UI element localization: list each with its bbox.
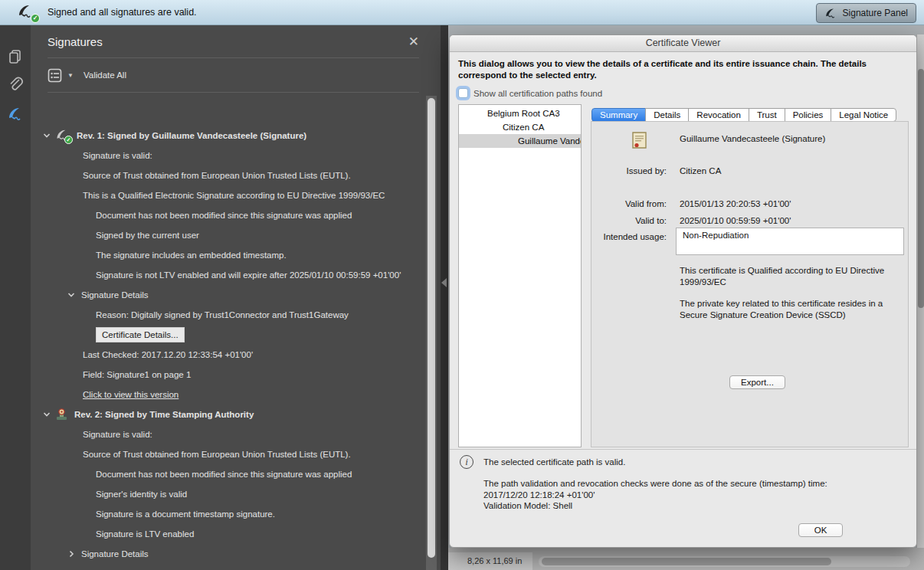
chain-item-selected[interactable]: Guillaume Vande <box>459 134 581 148</box>
chevron-down-icon: ▼ <box>67 72 74 79</box>
divider <box>48 92 419 93</box>
export-button[interactable]: Export... <box>729 375 785 389</box>
navigation-rail <box>0 25 31 570</box>
signature-details-label: Signature Details <box>81 285 149 305</box>
validation-note-text: The path validation and revocation check… <box>483 479 827 488</box>
chevron-down-icon <box>67 291 75 299</box>
tab-policies[interactable]: Policies <box>785 108 832 122</box>
field-row: Field: Signature1 on page 1 <box>31 365 425 385</box>
signature-panel-button[interactable]: Signature Panel <box>816 3 916 23</box>
chain-item[interactable]: Citizen CA <box>459 120 581 134</box>
green-check-badge: ✓ <box>31 14 40 23</box>
valid-from-value: 2015/01/13 20:20:53 +01'00' <box>680 199 791 208</box>
signature-valid-icon: ✓ <box>17 4 37 21</box>
tab-legal-notice[interactable]: Legal Notice <box>831 108 896 122</box>
show-paths-checkbox[interactable] <box>458 88 468 98</box>
panel-title: Signatures <box>48 35 408 48</box>
signature-status-row: Signer's identity is valid <box>31 484 425 504</box>
rev1-title: Rev. 1: Signed by Guillaume Vandecasteel… <box>77 126 306 146</box>
rev1-header[interactable]: ✓ Rev. 1: Signed by Guillaume Vandecaste… <box>31 126 425 146</box>
show-paths-checkbox-label[interactable]: Show all certification paths found <box>473 89 602 98</box>
signature-status-row: Source of Trust obtained from European U… <box>31 165 425 185</box>
panel-collapse-strip[interactable] <box>441 25 448 570</box>
intended-usage-box: Non-Repudiation <box>676 228 904 255</box>
signatures-panel-icon[interactable] <box>7 106 24 123</box>
reason-row: Reason: Digitally signed by Trust1Connec… <box>31 305 425 325</box>
signature-status-row: The signature includes an embedded times… <box>31 245 425 265</box>
chevron-down-icon <box>43 411 51 418</box>
certificate-icon <box>631 131 647 150</box>
certificate-chain-list: Belgium Root CA3 Citizen CA Guillaume Va… <box>458 104 582 447</box>
signature-status-text: Signed and all signatures are valid. <box>48 7 197 18</box>
page-thumbnails-icon[interactable] <box>7 48 24 65</box>
panel-scrollbar-thumb[interactable] <box>428 98 435 558</box>
dialog-title[interactable]: Certificate Viewer <box>450 35 916 52</box>
divider <box>450 449 916 450</box>
validate-all-button[interactable]: ▼ Validate All <box>31 58 441 92</box>
certificate-details-button[interactable]: Certificate Details... <box>96 327 185 342</box>
valid-to-value: 2025/01/10 00:59:59 +01'00' <box>680 216 791 225</box>
ok-button[interactable]: OK <box>798 523 843 537</box>
validate-all-icon <box>48 68 62 83</box>
signature-status-row: Document has not been modified since thi… <box>31 464 425 484</box>
collapse-left-arrow-icon <box>441 278 447 287</box>
signature-status-row: Signature is valid: <box>31 146 425 165</box>
issued-by-label: Issued by: <box>591 166 667 175</box>
qualified-note: This certificate is Qualified according … <box>680 265 906 288</box>
document-vertical-scrollbar[interactable] <box>916 34 924 548</box>
page-size-indicator: 8,26 x 11,69 in <box>448 552 532 570</box>
signatures-panel: Signatures ✕ ▼ Validate All ✓ <box>31 25 441 570</box>
tab-details[interactable]: Details <box>645 108 689 122</box>
rev2-signature-details-toggle[interactable]: Signature Details <box>31 544 425 564</box>
document-horizontal-scrollbar[interactable] <box>539 556 910 567</box>
rev2-header[interactable]: Rev. 2: Signed by Time Stamping Authorit… <box>31 405 425 424</box>
tab-revocation[interactable]: Revocation <box>688 108 749 122</box>
intended-usage-label: Intended usage: <box>591 232 667 241</box>
signature-status-row: Signature is a document timestamp signat… <box>31 504 425 524</box>
chevron-right-icon <box>67 550 75 558</box>
dialog-intro-text: This dialog allows you to view the detai… <box>458 58 889 81</box>
close-panel-icon[interactable]: ✕ <box>408 34 419 50</box>
view-version-link[interactable]: Click to view this version <box>83 390 179 399</box>
last-checked-row: Last Checked: 2017.12.20 12:33:54 +01'00… <box>31 345 425 365</box>
signature-status-row: Signed by the current user <box>31 225 425 245</box>
tab-summary[interactable]: Summary <box>591 108 646 122</box>
rev1-signature-details-toggle[interactable]: Signature Details <box>31 285 425 305</box>
green-check-badge: ✓ <box>64 136 73 144</box>
chevron-down-icon <box>43 132 51 139</box>
scrollbar-thumb[interactable] <box>918 69 924 308</box>
info-icon: i <box>460 455 473 469</box>
signature-status-row: Document has not been modified since thi… <box>31 205 425 225</box>
panel-scrollbar[interactable] <box>426 96 437 570</box>
certificate-viewer-dialog: Certificate Viewer This dialog allows yo… <box>449 34 917 548</box>
validate-all-label: Validate All <box>84 70 126 80</box>
signature-status-row: Source of Trust obtained from European U… <box>31 444 425 464</box>
signature-panel-button-label: Signature Panel <box>843 8 908 18</box>
signature-status-bar: ✓ Signed and all signatures are valid. S… <box>0 0 924 25</box>
signature-status-row: Signature is LTV enabled <box>31 524 425 544</box>
signature-tree: ✓ Rev. 1: Signed by Guillaume Vandecaste… <box>31 126 425 570</box>
signature-status-row: Signature is valid: <box>31 424 425 444</box>
validation-time-text: 2017/12/20 12:18:24 +01'00' <box>483 490 595 500</box>
certificate-subject: Guillaume Vandecasteele (Signature) <box>680 134 825 143</box>
signature-details-label: Signature Details <box>81 544 149 564</box>
chain-item[interactable]: Belgium Root CA3 <box>459 106 581 120</box>
issued-by-value: Citizen CA <box>680 166 721 175</box>
signature-pen-icon <box>824 8 838 19</box>
rev2-title: Rev. 2: Signed by Time Stamping Authorit… <box>74 405 254 424</box>
signature-valid-icon: ✓ <box>55 129 70 142</box>
scrollbar-thumb[interactable] <box>542 558 831 565</box>
attachments-paperclip-icon[interactable] <box>7 76 24 93</box>
validation-model-text: Validation Model: Shell <box>483 501 572 510</box>
valid-from-label: Valid from: <box>591 199 667 208</box>
last-checked-row: Last Checked: 2017.12.20 12:19:04 +01'00… <box>31 564 425 570</box>
certificate-tabs: Summary Details Revocation Trust Policie… <box>591 108 896 122</box>
signature-status-row: This is a Qualified Electronic Signature… <box>31 185 425 205</box>
timestamp-stamp-icon <box>55 408 68 421</box>
path-valid-text: The selected certificate path is valid. <box>483 457 625 467</box>
valid-to-label: Valid to: <box>591 216 667 225</box>
signature-status-row: Signature is not LTV enabled and will ex… <box>31 265 425 285</box>
document-status-bar: 8,26 x 11,69 in <box>448 548 924 570</box>
tab-trust[interactable]: Trust <box>749 108 785 122</box>
summary-tab-panel: Guillaume Vandecasteele (Signature) Issu… <box>591 121 909 447</box>
